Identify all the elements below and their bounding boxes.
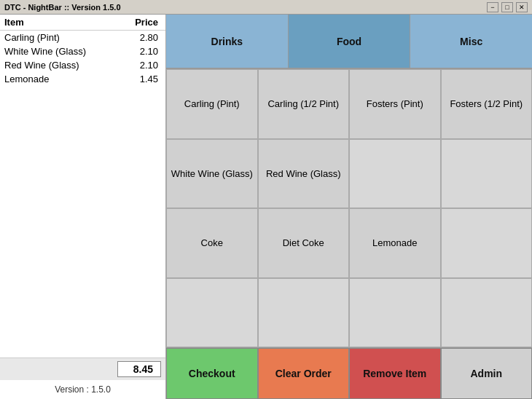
category-tabs: DrinksFoodMisc [166, 15, 532, 69]
item-price: 2.80 [120, 31, 165, 45]
item-name: Carling (Pint) [0, 31, 120, 45]
grid-cell-empty [258, 278, 350, 348]
grid-item-0[interactable]: Carling (Pint) [166, 69, 258, 139]
admin-button[interactable]: Admin [441, 348, 533, 399]
grid-item-1[interactable]: Carling (1/2 Pint) [258, 69, 350, 139]
left-panel: Item Price Carling (Pint) 2.80 White Win… [0, 15, 166, 399]
grid-cell-empty [441, 278, 533, 348]
grid-item-9[interactable]: Diet Coke [258, 208, 350, 278]
cat-tab-drinks[interactable]: Drinks [166, 15, 289, 68]
action-bar: CheckoutClear OrderRemove ItemAdmin [166, 348, 532, 399]
item-price: 2.10 [120, 44, 165, 58]
order-table: Item Price Carling (Pint) 2.80 White Win… [0, 15, 165, 357]
title-bar-controls: − □ ✕ [487, 2, 528, 12]
item-price: 2.10 [120, 58, 165, 72]
title-bar-text: DTC - NightBar :: Version 1.5.0 [4, 3, 121, 12]
cat-tab-food[interactable]: Food [289, 15, 411, 68]
cat-tab-misc[interactable]: Misc [410, 15, 532, 68]
item-name: Lemonade [0, 72, 120, 86]
total-row: 8.45 [0, 357, 165, 380]
grid-item-10[interactable]: Lemonade [349, 208, 441, 278]
table-row: Carling (Pint) 2.80 [0, 31, 165, 45]
grid-cell-empty [166, 278, 258, 348]
table-row: Lemonade 1.45 [0, 72, 165, 86]
item-name: White Wine (Glass) [0, 44, 120, 58]
grid-item-2[interactable]: Fosters (Pint) [349, 69, 441, 139]
title-bar: DTC - NightBar :: Version 1.5.0 − □ ✕ [0, 0, 532, 15]
grid-item-4[interactable]: White Wine (Glass) [166, 139, 258, 209]
checkout-button[interactable]: Checkout [166, 348, 258, 399]
main-area: Item Price Carling (Pint) 2.80 White Win… [0, 15, 532, 399]
grid-cell-empty [441, 208, 533, 278]
col-header-price: Price [120, 15, 165, 31]
maximize-button[interactable]: □ [501, 2, 513, 12]
item-grid: Carling (Pint)Carling (1/2 Pint)Fosters … [166, 69, 532, 348]
right-panel: DrinksFoodMisc Carling (Pint)Carling (1/… [166, 15, 532, 399]
grid-item-5[interactable]: Red Wine (Glass) [258, 139, 350, 209]
minimize-button[interactable]: − [487, 2, 498, 12]
item-price: 1.45 [120, 72, 165, 86]
version-text: Version : 1.5.0 [0, 380, 165, 399]
grid-item-8[interactable]: Coke [166, 208, 258, 278]
table-row: White Wine (Glass) 2.10 [0, 44, 165, 58]
remove-item-button[interactable]: Remove Item [349, 348, 441, 399]
close-button[interactable]: ✕ [516, 2, 528, 12]
grid-cell-empty [441, 139, 533, 209]
grid-cell-empty [349, 278, 441, 348]
total-amount: 8.45 [117, 361, 161, 377]
table-row: Red Wine (Glass) 2.10 [0, 58, 165, 72]
grid-cell-empty [349, 139, 441, 209]
grid-item-3[interactable]: Fosters (1/2 Pint) [441, 69, 533, 139]
col-header-item: Item [0, 15, 120, 31]
clear-order-button[interactable]: Clear Order [258, 348, 350, 399]
item-name: Red Wine (Glass) [0, 58, 120, 72]
